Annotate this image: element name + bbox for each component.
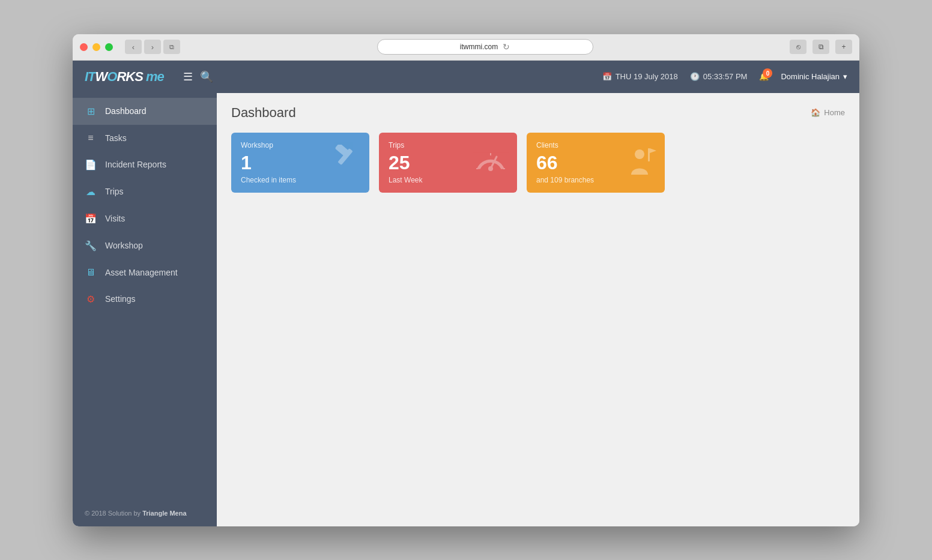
notification-bell[interactable]: 🔔 0 [759, 72, 769, 81]
time-text: 05:33:57 PM [703, 72, 748, 81]
plus-button[interactable]: + [835, 40, 852, 54]
visits-icon: 📅 [85, 213, 97, 224]
main-layout: ⊞ Dashboard ≡ Tasks 📄 Incident Reports ☁… [73, 93, 859, 526]
home-icon: 🏠 [811, 108, 820, 117]
breadcrumb-home: Home [824, 108, 845, 117]
window-controls [80, 43, 113, 51]
sidebar-item-asset-management[interactable]: 🖥 Asset Management [73, 259, 217, 286]
titlebar: ‹ › ⧉ itwmmi.com ↻ ⎋ ⧉ + [73, 34, 859, 61]
sidebar-footer: © 2018 Solution by Triangle Mena [73, 500, 217, 526]
sidebar-item-visits[interactable]: 📅 Visits [73, 205, 217, 232]
app-window: ‹ › ⧉ itwmmi.com ↻ ⎋ ⧉ + ITWORKS me ☰ 🔍 [73, 34, 859, 526]
sidebar-item-tasks[interactable]: ≡ Tasks [73, 125, 217, 151]
settings-icon: ⚙ [85, 294, 97, 305]
workshop-card[interactable]: Workshop 1 Checked in items [231, 133, 369, 193]
url-bar-area: itwmmi.com ↻ [180, 39, 790, 55]
dashboard-icon: ⊞ [85, 106, 97, 117]
sidebar-item-label: Tasks [105, 133, 127, 143]
sidebar-item-label: Settings [105, 294, 136, 304]
page-title: Dashboard [231, 105, 296, 121]
app-logo: ITWORKS me [85, 69, 164, 85]
sidebar-item-dashboard[interactable]: ⊞ Dashboard [73, 98, 217, 125]
incident-icon: 📄 [85, 159, 97, 170]
titlebar-actions: ⎋ ⧉ + [790, 40, 852, 54]
sidebar-item-label: Visits [105, 214, 125, 223]
notification-badge: 0 [763, 68, 772, 78]
topnav-date: 📅 THU 19 July 2018 [602, 72, 678, 81]
chevron-down-icon: ▾ [843, 72, 847, 81]
clients-card[interactable]: Clients 66 and 109 branches [527, 133, 665, 193]
workshop-icon: 🔧 [85, 240, 97, 251]
footer-text: © 2018 Solution by [85, 510, 142, 517]
sidebar-item-incident-reports[interactable]: 📄 Incident Reports [73, 151, 217, 178]
user-menu[interactable]: Dominic Halajian ▾ [781, 72, 847, 81]
person-flag-icon [620, 145, 656, 181]
sidebar-item-trips[interactable]: ☁ Trips [73, 178, 217, 205]
share-button[interactable]: ⎋ [790, 40, 806, 54]
clock-icon: 🕐 [690, 72, 700, 81]
refresh-icon[interactable]: ↻ [503, 42, 510, 52]
speedometer-icon [473, 145, 509, 181]
trips-icon: ☁ [85, 186, 97, 197]
app-wrapper: ITWORKS me ☰ 🔍 📅 THU 19 July 2018 🕐 05:3… [73, 61, 859, 526]
breadcrumb: 🏠 Home [811, 108, 845, 117]
sidebar-item-label: Workshop [105, 241, 143, 250]
browser-nav: ‹ › ⧉ [125, 40, 180, 54]
svg-rect-7 [648, 148, 650, 161]
user-name: Dominic Halajian [781, 72, 840, 81]
tasks-icon: ≡ [85, 133, 97, 143]
close-button[interactable] [80, 43, 88, 51]
content-header: Dashboard 🏠 Home [231, 105, 845, 121]
calendar-icon: 📅 [602, 72, 612, 81]
hammer-icon [325, 145, 361, 181]
trips-card-label: Trips [389, 141, 404, 149]
maximize-button[interactable] [105, 43, 113, 51]
sidebar-item-label: Trips [105, 187, 124, 196]
sidebar-item-workshop[interactable]: 🔧 Workshop [73, 232, 217, 259]
sidebar-item-settings[interactable]: ⚙ Settings [73, 286, 217, 313]
clients-card-label: Clients [536, 141, 558, 149]
footer-link[interactable]: Triangle Mena [142, 510, 186, 517]
svg-point-2 [488, 166, 493, 171]
forward-button[interactable]: › [144, 40, 161, 54]
topnav-time: 🕐 05:33:57 PM [690, 72, 748, 81]
svg-point-6 [635, 149, 644, 159]
date-text: THU 19 July 2018 [616, 72, 678, 81]
tab-button[interactable]: ⧉ [163, 40, 180, 54]
sidebar-item-label: Dashboard [105, 106, 147, 116]
back-button[interactable]: ‹ [125, 40, 142, 54]
topnav: ITWORKS me ☰ 🔍 📅 THU 19 July 2018 🕐 05:3… [73, 61, 859, 93]
window-button[interactable]: ⧉ [812, 40, 829, 54]
menu-icon[interactable]: ☰ [183, 70, 193, 83]
sidebar: ⊞ Dashboard ≡ Tasks 📄 Incident Reports ☁… [73, 93, 217, 526]
topnav-right: 📅 THU 19 July 2018 🕐 05:33:57 PM 🔔 0 Dom… [602, 72, 847, 81]
sidebar-item-label: Incident Reports [105, 160, 166, 169]
workshop-card-label: Workshop [241, 141, 273, 149]
asset-icon: 🖥 [85, 267, 97, 278]
url-bar[interactable]: itwmmi.com ↻ [377, 39, 593, 55]
trips-card[interactable]: Trips 25 Last Week [379, 133, 517, 193]
url-text: itwmmi.com [460, 43, 498, 51]
topnav-icons: ☰ 🔍 [183, 70, 213, 83]
main-content: Dashboard 🏠 Home Workshop 1 Checked in i… [217, 93, 859, 526]
minimize-button[interactable] [92, 43, 100, 51]
dashboard-cards: Workshop 1 Checked in items Trips [231, 133, 845, 193]
search-icon[interactable]: 🔍 [200, 70, 213, 83]
sidebar-item-label: Asset Management [105, 268, 178, 277]
